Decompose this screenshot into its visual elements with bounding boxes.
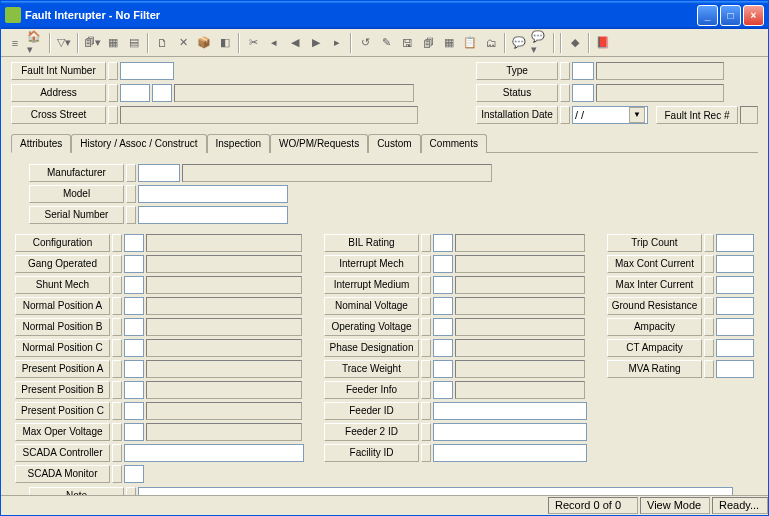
nub[interactable] [112, 276, 122, 294]
nub[interactable] [112, 444, 122, 462]
toolbar-button-23[interactable]: 🗐 [418, 33, 438, 53]
nub[interactable] [704, 255, 714, 273]
toolbar-button-3[interactable]: ▽▾ [54, 33, 74, 53]
trip-count-input[interactable] [716, 234, 754, 252]
ground-resistance-input[interactable] [716, 297, 754, 315]
present-position-c-code-input[interactable] [124, 402, 144, 420]
nub[interactable] [126, 487, 136, 495]
toolbar-button-9[interactable]: 🗋 [152, 33, 172, 53]
scada-monitor-code-input[interactable] [124, 465, 144, 483]
nub[interactable] [112, 402, 122, 420]
toolbar-button-14[interactable]: ✂ [243, 33, 263, 53]
nub[interactable] [112, 318, 122, 336]
nub[interactable] [112, 234, 122, 252]
normal-position-b-code-input[interactable] [124, 318, 144, 336]
toolbar-button-28[interactable]: 💬 [509, 33, 529, 53]
serial-number-input[interactable] [138, 206, 288, 224]
note-input[interactable] [138, 487, 733, 495]
ct-ampacity-input[interactable] [716, 339, 754, 357]
tab-comments[interactable]: Comments [421, 134, 487, 153]
feeder-info-code-input[interactable] [433, 381, 453, 399]
toolbar-button-15[interactable]: ◂ [264, 33, 284, 53]
facility-id-input[interactable] [433, 444, 587, 462]
nub[interactable] [126, 206, 136, 224]
toolbar-button-1[interactable]: 🏠▾ [26, 33, 46, 53]
toolbar-button-26[interactable]: 🗂 [481, 33, 501, 53]
normal-position-c-code-input[interactable] [124, 339, 144, 357]
toolbar-button-11[interactable]: 📦 [194, 33, 214, 53]
nub[interactable] [112, 255, 122, 273]
nub[interactable] [108, 62, 118, 80]
nub[interactable] [108, 106, 118, 124]
toolbar-button-34[interactable]: 📕 [593, 33, 613, 53]
nub[interactable] [704, 297, 714, 315]
ampacity-input[interactable] [716, 318, 754, 336]
nub[interactable] [108, 84, 118, 102]
present-position-a-code-input[interactable] [124, 360, 144, 378]
nub[interactable] [421, 402, 431, 420]
nub[interactable] [704, 339, 714, 357]
nub[interactable] [560, 84, 570, 102]
nub[interactable] [704, 276, 714, 294]
toolbar-button-18[interactable]: ▸ [327, 33, 347, 53]
toolbar-button-5[interactable]: 🗐▾ [82, 33, 102, 53]
toolbar-button-21[interactable]: ✎ [376, 33, 396, 53]
feeder-id-input[interactable] [433, 402, 587, 420]
minimize-button[interactable]: _ [697, 5, 718, 26]
toolbar-button-32[interactable]: ◆ [565, 33, 585, 53]
nub[interactable] [112, 423, 122, 441]
nub[interactable] [421, 444, 431, 462]
tab-history-assoc-construct[interactable]: History / Assoc / Construct [71, 134, 206, 153]
toolbar-button-29[interactable]: 💬▾ [530, 33, 550, 53]
nub[interactable] [421, 255, 431, 273]
nub[interactable] [560, 106, 570, 124]
toolbar-button-24[interactable]: ▦ [439, 33, 459, 53]
nub[interactable] [126, 185, 136, 203]
max-cont-current-input[interactable] [716, 255, 754, 273]
nub[interactable] [421, 318, 431, 336]
nub[interactable] [112, 465, 122, 483]
present-position-b-code-input[interactable] [124, 381, 144, 399]
close-button[interactable]: × [743, 5, 764, 26]
install-date-select[interactable]: / / [572, 106, 648, 124]
trace-weight-code-input[interactable] [433, 360, 453, 378]
nub[interactable] [421, 360, 431, 378]
toolbar-button-16[interactable]: ◀ [285, 33, 305, 53]
nub[interactable] [421, 339, 431, 357]
nub[interactable] [112, 339, 122, 357]
maximize-button[interactable]: □ [720, 5, 741, 26]
phase-designation-code-input[interactable] [433, 339, 453, 357]
nub[interactable] [704, 318, 714, 336]
nub[interactable] [421, 297, 431, 315]
tab-wo-pm-requests[interactable]: WO/PM/Requests [270, 134, 368, 153]
mva-rating-input[interactable] [716, 360, 754, 378]
toolbar-button-12[interactable]: ◧ [215, 33, 235, 53]
operating-voltage-code-input[interactable] [433, 318, 453, 336]
nub[interactable] [112, 381, 122, 399]
max-oper-voltage-code-input[interactable] [124, 423, 144, 441]
manufacturer-code-input[interactable] [138, 164, 180, 182]
toolbar-button-6[interactable]: ▦ [103, 33, 123, 53]
toolbar-button-7[interactable]: ▤ [124, 33, 144, 53]
gang-operated-code-input[interactable] [124, 255, 144, 273]
feeder-2-id-input[interactable] [433, 423, 587, 441]
tab-custom[interactable]: Custom [368, 134, 420, 153]
nub[interactable] [560, 62, 570, 80]
interrupt-mech-code-input[interactable] [433, 255, 453, 273]
nub[interactable] [112, 360, 122, 378]
interrupt-medium-code-input[interactable] [433, 276, 453, 294]
toolbar-button-17[interactable]: ▶ [306, 33, 326, 53]
nominal-voltage-code-input[interactable] [433, 297, 453, 315]
bil-rating-code-input[interactable] [433, 234, 453, 252]
toolbar-button-25[interactable]: 📋 [460, 33, 480, 53]
nub[interactable] [421, 381, 431, 399]
scada-controller-input[interactable] [124, 444, 304, 462]
fault-int-number-input[interactable] [120, 62, 174, 80]
toolbar-button-10[interactable]: ✕ [173, 33, 193, 53]
type-code-input[interactable] [572, 62, 594, 80]
tab-attributes[interactable]: Attributes [11, 134, 71, 153]
nub[interactable] [421, 423, 431, 441]
shunt-mech-code-input[interactable] [124, 276, 144, 294]
toolbar-button-22[interactable]: 🖫 [397, 33, 417, 53]
toolbar-button-0[interactable]: ≡ [5, 33, 25, 53]
